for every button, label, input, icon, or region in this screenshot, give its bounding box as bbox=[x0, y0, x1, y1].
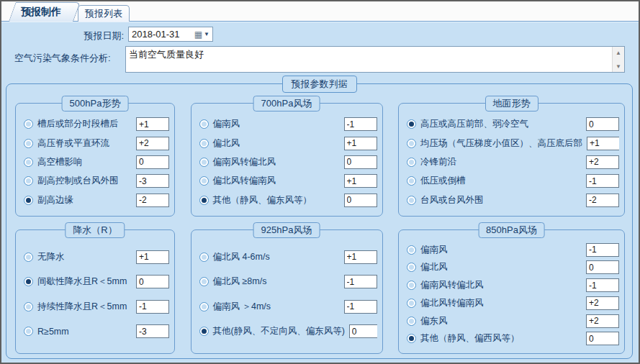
option-row[interactable]: 偏南风转偏北风 bbox=[407, 278, 619, 292]
radio-icon[interactable] bbox=[199, 139, 209, 148]
radio-icon[interactable] bbox=[407, 139, 416, 148]
radio-icon[interactable] bbox=[407, 176, 416, 186]
option-row[interactable]: 高空槽影响 bbox=[24, 155, 169, 169]
option-score-input[interactable] bbox=[586, 314, 619, 328]
chevron-down-icon[interactable]: ▼ bbox=[204, 31, 209, 37]
radio-icon[interactable] bbox=[199, 176, 209, 186]
option-score-input[interactable] bbox=[136, 137, 169, 150]
radio-icon[interactable] bbox=[407, 158, 416, 167]
option-row[interactable]: 偏北风 bbox=[199, 137, 377, 150]
option-label[interactable]: 偏北风转偏南风 bbox=[213, 175, 276, 187]
option-score-input[interactable] bbox=[136, 155, 169, 169]
option-label[interactable]: 偏北风 4-6m/s bbox=[213, 251, 270, 263]
radio-icon[interactable] bbox=[407, 196, 416, 205]
option-row[interactable]: 偏东风 bbox=[407, 314, 619, 328]
option-label[interactable]: 持续性降水且R＜5mm bbox=[37, 301, 127, 313]
option-score-input[interactable] bbox=[344, 194, 377, 207]
option-row[interactable]: 低压或倒槽 bbox=[407, 174, 619, 188]
option-score-input[interactable] bbox=[344, 300, 377, 314]
option-row[interactable]: 副高边缘 bbox=[24, 194, 169, 207]
tab-forecast-make[interactable]: 预报制作 bbox=[9, 2, 73, 22]
option-row[interactable]: 偏南风 ＞4m/s bbox=[199, 300, 377, 314]
option-score-input[interactable] bbox=[349, 324, 377, 338]
option-label[interactable]: 副高边缘 bbox=[37, 194, 73, 206]
option-row[interactable]: 其他（静风、偏东风等） bbox=[199, 194, 377, 207]
radio-icon[interactable] bbox=[407, 245, 416, 255]
option-row[interactable]: 偏南风转偏北风 bbox=[199, 155, 377, 169]
radio-icon[interactable] bbox=[199, 302, 209, 311]
radio-icon[interactable] bbox=[24, 158, 33, 167]
option-label[interactable]: 副高控制或台风外围 bbox=[37, 175, 119, 187]
option-score-input[interactable] bbox=[587, 137, 619, 150]
option-score-input[interactable] bbox=[586, 296, 619, 310]
option-score-input[interactable] bbox=[136, 300, 169, 314]
option-score-input[interactable] bbox=[344, 117, 377, 131]
radio-selected-icon[interactable] bbox=[407, 334, 416, 343]
option-label[interactable]: 偏东风 bbox=[420, 315, 448, 327]
radio-icon[interactable] bbox=[24, 252, 33, 262]
radio-selected-icon[interactable] bbox=[199, 196, 209, 205]
option-score-input[interactable] bbox=[586, 155, 619, 169]
option-row[interactable]: 台风或台风外围 bbox=[407, 194, 619, 207]
radio-icon[interactable] bbox=[24, 302, 33, 311]
option-row[interactable]: R≥5mm bbox=[24, 324, 169, 338]
option-score-input[interactable] bbox=[586, 117, 619, 131]
calendar-icon[interactable]: ▦ bbox=[194, 30, 202, 39]
option-label[interactable]: 高压或高压前部、弱冷空气 bbox=[420, 118, 528, 130]
option-score-input[interactable] bbox=[136, 117, 169, 131]
textarea-scrollbar[interactable]: ▲ ▼ bbox=[612, 47, 624, 72]
option-row[interactable]: 均压场（气压梯度小值区）、高压底后部 bbox=[407, 137, 619, 150]
option-row[interactable]: 间歇性降水且R＜5mm bbox=[24, 275, 169, 288]
tab-forecast-list[interactable]: 预报列表 bbox=[78, 5, 130, 22]
radio-icon[interactable] bbox=[199, 119, 209, 129]
option-label[interactable]: 高压脊或平直环流 bbox=[37, 137, 109, 150]
option-label[interactable]: 偏南风 bbox=[420, 244, 448, 256]
option-label[interactable]: 均压场（气压梯度小值区）、高压底后部 bbox=[420, 137, 582, 150]
radio-icon[interactable] bbox=[24, 139, 33, 148]
option-label[interactable]: 其他（静风、偏西风等） bbox=[420, 332, 520, 345]
option-row[interactable]: 高压或高压前部、弱冷空气 bbox=[407, 117, 619, 131]
option-score-input[interactable] bbox=[586, 243, 619, 257]
option-label[interactable]: 偏南风转偏北风 bbox=[420, 279, 484, 291]
option-row[interactable]: 偏北风 ≥8m/s bbox=[199, 275, 377, 288]
option-row[interactable]: 偏南风 bbox=[199, 117, 377, 131]
option-label[interactable]: 其他（静风、偏东风等） bbox=[213, 194, 312, 206]
radio-icon[interactable] bbox=[24, 176, 33, 186]
radio-icon[interactable] bbox=[24, 327, 33, 336]
option-label[interactable]: 无降水 bbox=[37, 251, 65, 263]
option-score-input[interactable] bbox=[344, 174, 377, 188]
option-label[interactable]: 偏北风 ≥8m/s bbox=[213, 276, 267, 288]
radio-icon[interactable] bbox=[199, 277, 209, 286]
option-score-input[interactable] bbox=[344, 275, 377, 288]
option-score-input[interactable] bbox=[344, 155, 377, 169]
radio-icon[interactable] bbox=[407, 299, 416, 308]
radio-selected-icon[interactable] bbox=[407, 119, 416, 129]
option-label[interactable]: 槽后或部分时段槽后 bbox=[37, 118, 119, 130]
option-label[interactable]: 偏南风 bbox=[213, 118, 240, 130]
option-score-input[interactable] bbox=[136, 194, 169, 207]
option-score-input[interactable] bbox=[586, 278, 619, 292]
option-row[interactable]: 偏北风转偏南风 bbox=[199, 174, 377, 188]
option-row[interactable]: 其他（静风、偏西风等） bbox=[407, 332, 619, 345]
air-pollution-analysis-textarea[interactable]: 当前空气质量良好 ▲ ▼ bbox=[125, 46, 625, 73]
option-label[interactable]: 偏北风 bbox=[420, 261, 448, 273]
radio-icon[interactable] bbox=[407, 317, 416, 326]
forecast-date-picker[interactable]: 2018-01-31 ▦ ▼ bbox=[128, 27, 213, 42]
option-score-input[interactable] bbox=[586, 194, 619, 207]
option-row[interactable]: 冷锋前沿 bbox=[407, 155, 619, 169]
option-label[interactable]: 低压或倒槽 bbox=[420, 175, 466, 187]
option-row[interactable]: 高压脊或平直环流 bbox=[24, 137, 169, 150]
option-row[interactable]: 偏南风 bbox=[407, 243, 619, 257]
option-row[interactable]: 其他(静风、不定向风、偏东风等) bbox=[199, 324, 377, 338]
radio-selected-icon[interactable] bbox=[199, 327, 209, 336]
radio-icon[interactable] bbox=[199, 252, 209, 262]
option-score-input[interactable] bbox=[344, 250, 377, 264]
option-score-input[interactable] bbox=[136, 275, 169, 288]
option-score-input[interactable] bbox=[586, 260, 619, 274]
option-row[interactable]: 槽后或部分时段槽后 bbox=[24, 117, 169, 131]
option-score-input[interactable] bbox=[344, 137, 377, 150]
option-row[interactable]: 副高控制或台风外围 bbox=[24, 174, 169, 188]
option-row[interactable]: 持续性降水且R＜5mm bbox=[24, 300, 169, 314]
scroll-down-icon[interactable]: ▼ bbox=[613, 60, 624, 72]
radio-selected-icon[interactable] bbox=[24, 196, 33, 205]
